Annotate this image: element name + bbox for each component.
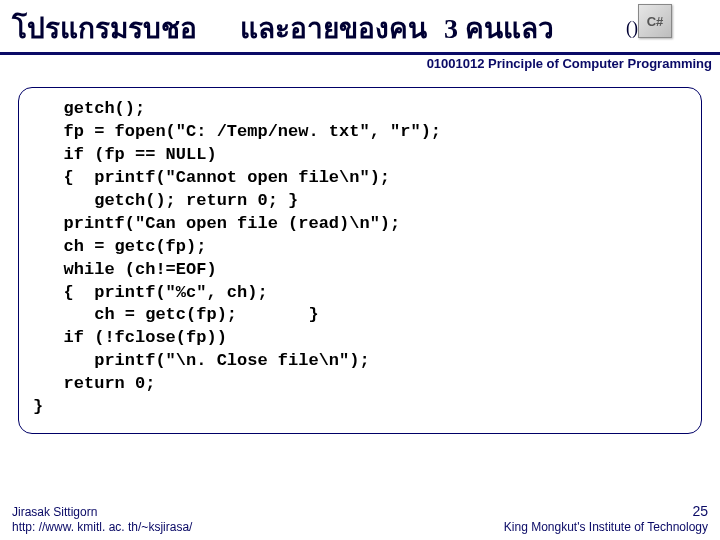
author-name: Jirasak Sittigorn [12, 505, 192, 521]
slide-footer: Jirasak Sittigorn http: //www. kmitl. ac… [0, 502, 720, 536]
author-url: http: //www. kmitl. ac. th/~ksjirasa/ [12, 520, 192, 536]
course-subtitle: 01001012 Principle of Computer Programmi… [0, 52, 720, 71]
footer-left: Jirasak Sittigorn http: //www. kmitl. ac… [12, 505, 192, 536]
slide-title: โปรแกรมรบชอ และอายของคน 3 คนแลว [12, 6, 554, 50]
logo-text: C# [647, 14, 664, 29]
title-segment-3: 3 คนแลว [444, 13, 554, 44]
title-segment-1: โปรแกรมรบชอ [12, 13, 197, 44]
title-parentheses: () [626, 18, 638, 39]
slide-number: 25 [504, 502, 708, 520]
title-segment-2: และอายของคน [240, 13, 427, 44]
language-logo-icon: C# [638, 4, 672, 38]
slide-header: โปรแกรมรบชอ และอายของคน 3 คนแลว () C# [0, 0, 720, 52]
footer-right: 25 King Mongkut's Institute of Technolog… [504, 502, 708, 536]
institution-name: King Mongkut's Institute of Technology [504, 520, 708, 536]
code-block: getch(); fp = fopen("C: /Temp/new. txt",… [18, 87, 702, 434]
